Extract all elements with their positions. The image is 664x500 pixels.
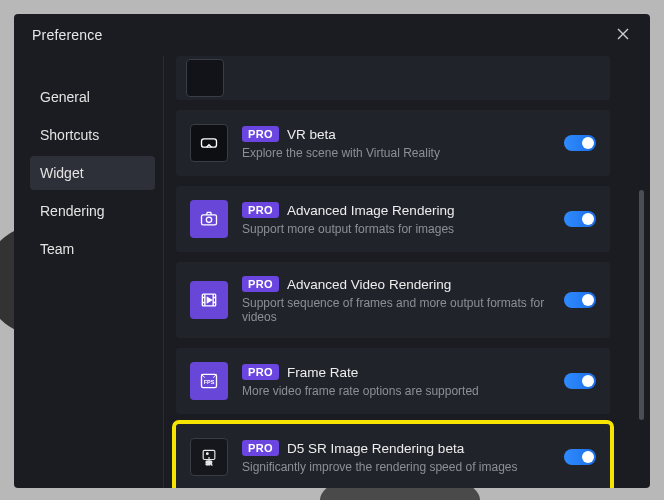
settings-scroll-area[interactable]: PRO VR beta Explore the scene with Virtu… — [164, 56, 650, 488]
svg-text:SR: SR — [206, 461, 213, 466]
pro-badge: PRO — [242, 364, 279, 380]
setting-title: Advanced Video Rendering — [287, 277, 451, 292]
toggle-advanced-video-rendering[interactable] — [564, 292, 596, 308]
content-area: PRO VR beta Explore the scene with Virtu… — [164, 56, 650, 488]
setting-text: PRO D5 SR Image Rendering beta Significa… — [242, 440, 550, 474]
svg-point-7 — [207, 453, 209, 455]
svg-point-2 — [206, 217, 211, 222]
toggle-frame-rate[interactable] — [564, 373, 596, 389]
partial-setting-row — [176, 56, 610, 100]
sidebar-item-label: General — [40, 89, 90, 105]
dialog-body: General Shortcuts Widget Rendering Team — [14, 56, 650, 488]
sidebar-item-rendering[interactable]: Rendering — [30, 194, 155, 228]
pro-badge: PRO — [242, 126, 279, 142]
setting-frame-rate: FPS PRO Frame Rate More video frame rate… — [176, 348, 610, 414]
sidebar-item-shortcuts[interactable]: Shortcuts — [30, 118, 155, 152]
close-button[interactable] — [612, 24, 634, 46]
setting-advanced-image-rendering: PRO Advanced Image Rendering Support mor… — [176, 186, 610, 252]
setting-desc: Support more output formats for images — [242, 222, 550, 236]
sidebar: General Shortcuts Widget Rendering Team — [14, 56, 164, 488]
sidebar-item-general[interactable]: General — [30, 80, 155, 114]
setting-desc: More video frame rate options are suppor… — [242, 384, 550, 398]
close-icon — [617, 27, 629, 43]
setting-title: Frame Rate — [287, 365, 358, 380]
setting-title: VR beta — [287, 127, 336, 142]
svg-text:FPS: FPS — [204, 379, 215, 385]
setting-text: PRO Advanced Image Rendering Support mor… — [242, 202, 550, 236]
placeholder-icon — [186, 59, 224, 97]
pro-badge: PRO — [242, 440, 279, 456]
setting-title: D5 SR Image Rendering beta — [287, 441, 464, 456]
preference-dialog: Preference General Shortcuts Widget Rend… — [14, 14, 650, 488]
setting-title: Advanced Image Rendering — [287, 203, 454, 218]
setting-vr-beta: PRO VR beta Explore the scene with Virtu… — [176, 110, 610, 176]
setting-text: PRO Advanced Video Rendering Support seq… — [242, 276, 550, 324]
setting-advanced-video-rendering: PRO Advanced Video Rendering Support seq… — [176, 262, 610, 338]
dialog-titlebar: Preference — [14, 14, 650, 56]
svg-rect-0 — [202, 139, 217, 147]
svg-rect-1 — [202, 215, 217, 225]
setting-desc: Significantly improve the rendering spee… — [242, 460, 550, 474]
setting-text: PRO Frame Rate More video frame rate opt… — [242, 364, 550, 398]
setting-desc: Explore the scene with Virtual Reality — [242, 146, 550, 160]
toggle-advanced-image-rendering[interactable] — [564, 211, 596, 227]
sidebar-item-label: Widget — [40, 165, 84, 181]
camera-icon — [190, 200, 228, 238]
sidebar-item-widget[interactable]: Widget — [30, 156, 155, 190]
film-icon — [190, 281, 228, 319]
dialog-title: Preference — [32, 27, 102, 43]
sidebar-item-label: Shortcuts — [40, 127, 99, 143]
setting-desc: Support sequence of frames and more outp… — [242, 296, 550, 324]
toggle-d5-sr-image-rendering[interactable] — [564, 449, 596, 465]
pro-badge: PRO — [242, 276, 279, 292]
toggle-vr-beta[interactable] — [564, 135, 596, 151]
setting-d5-sr-image-rendering: SR PRO D5 SR Image Rendering beta Signif… — [176, 424, 610, 488]
sr-icon: SR — [190, 438, 228, 476]
pro-badge: PRO — [242, 202, 279, 218]
fps-icon: FPS — [190, 362, 228, 400]
scrollbar-thumb[interactable] — [639, 190, 644, 420]
sidebar-item-team[interactable]: Team — [30, 232, 155, 266]
setting-text: PRO VR beta Explore the scene with Virtu… — [242, 126, 550, 160]
vr-icon — [190, 124, 228, 162]
sidebar-item-label: Team — [40, 241, 74, 257]
sidebar-item-label: Rendering — [40, 203, 105, 219]
